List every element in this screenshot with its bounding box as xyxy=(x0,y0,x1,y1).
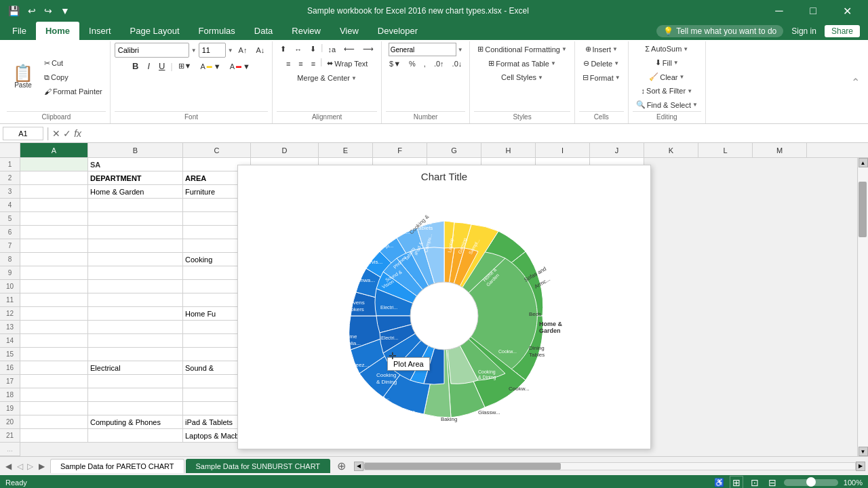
row-num-22[interactable]: ... xyxy=(0,443,20,456)
cell-b2[interactable]: DEPARTMENT xyxy=(88,171,183,185)
row-num-21[interactable]: 21 xyxy=(0,429,20,443)
redo-icon[interactable]: ↪ xyxy=(41,4,55,18)
row-num-8[interactable]: 8 xyxy=(0,253,20,266)
decrease-decimal-button[interactable]: .0↓ xyxy=(449,58,466,70)
copy-button[interactable]: ⧉ Copy xyxy=(41,71,106,84)
col-header-g[interactable]: G xyxy=(427,143,481,157)
wrap-text-button[interactable]: ⬌ Wrap Text xyxy=(323,57,371,70)
tab-home[interactable]: Home xyxy=(36,22,79,40)
format-painter-button[interactable]: 🖌 Format Painter xyxy=(41,85,106,98)
percent-button[interactable]: % xyxy=(406,58,419,70)
close-button[interactable]: ✕ xyxy=(831,0,863,22)
sort-filter-button[interactable]: ↕ Sort & Filter ▼ xyxy=(638,85,696,97)
scroll-track[interactable] xyxy=(859,167,868,447)
tab-data[interactable]: Data xyxy=(245,22,282,40)
underline-button[interactable]: U xyxy=(155,59,168,73)
scroll-up-button[interactable]: ▲ xyxy=(859,158,868,167)
col-header-i[interactable]: I xyxy=(536,143,590,157)
sheet-nav-prev[interactable]: ◁ xyxy=(16,462,24,471)
scroll-left-button[interactable]: ◀ xyxy=(354,462,363,471)
cell-b4[interactable] xyxy=(88,199,183,212)
sheet-tab-pareto[interactable]: Sample Data for PARETO CHART xyxy=(50,459,184,473)
row-num-9[interactable]: 9 xyxy=(0,266,20,280)
save-icon[interactable]: 💾 xyxy=(5,4,22,18)
col-header-a[interactable]: A xyxy=(20,143,88,157)
cell-a4[interactable] xyxy=(20,199,88,212)
sheet-scroll-right[interactable]: ▶ xyxy=(36,462,47,471)
number-format-input[interactable] xyxy=(389,43,456,56)
h-scroll-track[interactable] xyxy=(363,462,856,470)
indent-increase-button[interactable]: ⟶ xyxy=(359,43,377,56)
format-as-table-button[interactable]: ⊞ Format as Table ▼ xyxy=(485,57,559,70)
row-num-14[interactable]: 14 xyxy=(0,334,20,348)
delete-cells-button[interactable]: ⊖ Delete ▼ xyxy=(580,57,623,70)
sign-in-button[interactable]: Sign in xyxy=(791,26,816,36)
chart-container[interactable]: Chart Title xyxy=(237,165,651,449)
tab-review[interactable]: Review xyxy=(282,22,330,40)
row-num-20[interactable]: 20 xyxy=(0,415,20,429)
bold-button[interactable]: B xyxy=(129,59,142,73)
clear-button[interactable]: 🧹 Clear ▼ xyxy=(646,70,688,83)
col-header-m[interactable]: M xyxy=(753,143,807,157)
tab-view[interactable]: View xyxy=(330,22,368,40)
formula-input[interactable] xyxy=(84,127,865,140)
accessibility-icon[interactable]: ♿ xyxy=(714,478,724,487)
align-center-button[interactable]: ≡ xyxy=(295,57,306,70)
col-header-c[interactable]: C xyxy=(183,143,251,157)
row-num-17[interactable]: 17 xyxy=(0,375,20,388)
insert-cells-button[interactable]: ⊕ Insert ▼ xyxy=(582,43,621,56)
row-num-13[interactable]: 13 xyxy=(0,321,20,334)
align-left-button[interactable]: ≡ xyxy=(283,57,294,70)
scroll-thumb[interactable] xyxy=(859,182,867,237)
col-header-b[interactable]: B xyxy=(88,143,183,157)
paste-button[interactable]: 📋 Paste xyxy=(7,62,39,92)
cell-b16[interactable]: Electrical xyxy=(88,361,183,375)
scroll-down-button[interactable]: ▼ xyxy=(859,447,868,456)
indent-decrease-button[interactable]: ⟵ xyxy=(340,43,358,56)
cell-reference-box[interactable] xyxy=(3,127,43,140)
align-top-button[interactable]: ⬆ xyxy=(277,43,290,56)
sheet-tab-sunburst[interactable]: Sample Data for SUNBURST CHART xyxy=(186,459,331,473)
font-size-input[interactable] xyxy=(199,43,226,58)
row-num-5[interactable]: 5 xyxy=(0,212,20,226)
normal-view-icon[interactable]: ⊞ xyxy=(730,476,743,488)
insert-function-icon[interactable]: fx xyxy=(74,128,81,139)
font-color-button[interactable]: A▬▼ xyxy=(226,60,254,73)
tell-me-input[interactable]: 💡 Tell me what you want to do xyxy=(656,25,783,37)
cell-styles-button[interactable]: Cell Styles ▼ xyxy=(498,71,547,83)
row-num-12[interactable]: 12 xyxy=(0,307,20,321)
tab-insert[interactable]: Insert xyxy=(79,22,121,40)
row-num-4[interactable]: 4 xyxy=(0,199,20,212)
italic-button[interactable]: I xyxy=(144,59,153,73)
tab-formulas[interactable]: Formulas xyxy=(189,22,245,40)
sheet-scroll-left[interactable]: ◀ xyxy=(3,462,14,471)
col-header-f[interactable]: F xyxy=(373,143,427,157)
comma-button[interactable]: , xyxy=(420,58,429,70)
cell-b3[interactable]: Home & Garden xyxy=(88,185,183,199)
cell-a3[interactable] xyxy=(20,185,88,199)
fill-color-button[interactable]: A▬▼ xyxy=(197,60,224,73)
row-num-1[interactable]: 1 xyxy=(0,158,20,171)
row-num-7[interactable]: 7 xyxy=(0,239,20,253)
col-header-k[interactable]: K xyxy=(644,143,698,157)
col-header-h[interactable]: H xyxy=(481,143,536,157)
cell-a2[interactable] xyxy=(20,171,88,185)
col-header-l[interactable]: L xyxy=(698,143,753,157)
row-num-3[interactable]: 3 xyxy=(0,185,20,199)
window-controls[interactable]: ─ □ ✕ xyxy=(764,0,863,22)
cut-button[interactable]: ✂ Cut xyxy=(41,57,106,70)
find-select-button[interactable]: 🔍 Find & Select ▼ xyxy=(633,98,701,111)
row-num-6[interactable]: 6 xyxy=(0,226,20,239)
row-num-16[interactable]: 16 xyxy=(0,361,20,375)
add-sheet-button[interactable]: ⊕ xyxy=(332,458,351,474)
align-bottom-button[interactable]: ⬇ xyxy=(307,43,319,56)
col-header-j[interactable]: J xyxy=(590,143,644,157)
fill-button[interactable]: ⬇ Fill ▼ xyxy=(652,56,682,69)
row-num-18[interactable]: 18 xyxy=(0,388,20,402)
cell-a1[interactable] xyxy=(20,158,88,171)
auto-sum-button[interactable]: Σ AutoSum ▼ xyxy=(642,43,692,55)
merge-center-button[interactable]: Merge & Center ▼ xyxy=(294,72,360,84)
ribbon-collapse-button[interactable]: ⌃ xyxy=(851,76,860,89)
tab-developer[interactable]: Developer xyxy=(368,22,427,40)
scroll-right-button[interactable]: ▶ xyxy=(856,462,865,471)
